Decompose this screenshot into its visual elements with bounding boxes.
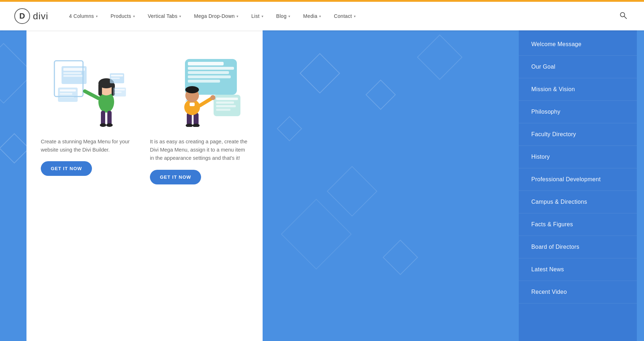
svg-point-42 xyxy=(192,124,200,127)
svg-point-20 xyxy=(106,123,113,127)
nav-item-4columns[interactable]: 4 Columns ▾ xyxy=(63,2,104,30)
chevron-down-icon: ▾ xyxy=(133,14,135,18)
svg-rect-37 xyxy=(216,105,236,107)
sidebar-item-board-of-directors[interactable]: Board of Directors xyxy=(519,236,637,258)
illustration-1 xyxy=(41,48,139,127)
nav-item-list[interactable]: List ▾ xyxy=(245,2,270,30)
far-right-bg xyxy=(637,30,644,341)
svg-point-46 xyxy=(185,86,199,93)
middle-bg xyxy=(263,30,519,341)
diamond-shape xyxy=(299,53,340,93)
sidebar-item-latest-news[interactable]: Latest News xyxy=(519,258,637,281)
chevron-down-icon: ▾ xyxy=(319,14,321,18)
nav-item-media[interactable]: Media ▾ xyxy=(297,2,327,30)
logo[interactable]: D divi xyxy=(14,8,48,24)
chevron-down-icon: ▾ xyxy=(96,14,98,18)
svg-rect-5 xyxy=(63,75,83,77)
svg-rect-31 xyxy=(188,75,231,78)
diamond-shape xyxy=(0,133,26,164)
search-icon[interactable] xyxy=(617,9,630,24)
svg-rect-8 xyxy=(60,93,72,95)
nav-item-contact[interactable]: Contact ▾ xyxy=(327,2,362,30)
sidebar-item-welcome-message[interactable]: Welcome Message xyxy=(519,30,637,56)
sidebar-item-recent-video[interactable]: Recent Video xyxy=(519,281,637,303)
mega-col-1: Create a stunning Mega Menu for your web… xyxy=(41,48,139,323)
sidebar-item-philosophy[interactable]: Philosophy xyxy=(519,101,637,123)
chevron-down-icon: ▾ xyxy=(354,14,356,18)
logo-text: divi xyxy=(33,11,48,22)
left-bg xyxy=(0,30,26,341)
svg-point-41 xyxy=(186,124,193,127)
svg-rect-3 xyxy=(63,68,85,71)
svg-rect-14 xyxy=(98,83,102,96)
nav-item-blog[interactable]: Blog ▾ xyxy=(270,2,297,30)
svg-rect-23 xyxy=(111,78,120,79)
sidebar-item-mission-vision[interactable]: Mission & Vision xyxy=(519,78,637,101)
nav-item-vertical-tabs[interactable]: Vertical Tabs ▾ xyxy=(141,2,187,30)
chevron-down-icon: ▾ xyxy=(236,14,238,18)
svg-rect-28 xyxy=(188,62,224,65)
svg-rect-17 xyxy=(101,111,105,125)
svg-line-47 xyxy=(200,98,212,105)
chevron-down-icon: ▾ xyxy=(288,14,290,18)
chevron-down-icon: ▾ xyxy=(262,14,263,18)
svg-rect-35 xyxy=(216,98,238,100)
nav-item-mega-dropdown[interactable]: Mega Drop-Down ▾ xyxy=(187,2,245,30)
sidebar-item-campus-directions[interactable]: Campus & Directions xyxy=(519,191,637,213)
main-content: Create a stunning Mega Menu for your web… xyxy=(0,30,644,341)
get-it-now-button-1[interactable]: GET IT NOW xyxy=(41,161,92,176)
sidebar-item-facts-figures[interactable]: Facts & Figures xyxy=(519,213,637,236)
svg-point-48 xyxy=(210,95,215,100)
col1-description: Create a stunning Mega Menu for your web… xyxy=(41,138,139,154)
mega-col-2: It is as easy as creating a page, create… xyxy=(150,48,248,323)
sidebar-item-our-goal[interactable]: Our Goal xyxy=(519,56,637,78)
svg-rect-38 xyxy=(216,109,230,111)
illustration-2 xyxy=(150,48,248,127)
chevron-down-icon: ▾ xyxy=(179,14,181,18)
sidebar-item-faculty-directory[interactable]: Faculty Directory xyxy=(519,123,637,146)
diamond-shape xyxy=(281,199,352,270)
svg-rect-22 xyxy=(111,75,123,76)
svg-rect-36 xyxy=(216,102,234,104)
diamond-shape xyxy=(383,240,418,275)
diamond-shape xyxy=(277,116,302,142)
svg-rect-30 xyxy=(188,71,229,74)
nav-items: 4 Columns ▾ Products ▾ Vertical Tabs ▾ M… xyxy=(63,2,617,30)
diamond-shape xyxy=(366,80,396,110)
diamonds-middle xyxy=(263,30,519,341)
diamond-shape xyxy=(327,166,377,216)
svg-line-1 xyxy=(624,16,626,19)
svg-rect-25 xyxy=(114,89,125,90)
diamonds-bg xyxy=(0,30,26,341)
diamond-shape xyxy=(0,43,26,104)
svg-rect-4 xyxy=(63,72,81,74)
svg-rect-26 xyxy=(114,92,122,93)
nav-item-products[interactable]: Products ▾ xyxy=(104,2,141,30)
right-sidebar: Welcome Message Our Goal Mission & Visio… xyxy=(519,30,637,341)
sidebar-item-history[interactable]: History xyxy=(519,146,637,168)
svg-point-19 xyxy=(100,123,106,127)
svg-rect-44 xyxy=(190,103,195,106)
get-it-now-button-2[interactable]: GET IT NOW xyxy=(150,170,201,184)
mega-menu-panel: Create a stunning Mega Menu for your web… xyxy=(26,30,263,341)
logo-icon: D xyxy=(14,8,30,24)
diamond-shape xyxy=(417,34,462,80)
navbar: D divi 4 Columns ▾ Products ▾ Vertical T… xyxy=(0,2,644,30)
col2-description: It is as easy as creating a page, create… xyxy=(150,138,248,163)
svg-line-16 xyxy=(85,91,98,98)
sidebar-item-professional-development[interactable]: Professional Development xyxy=(519,168,637,191)
svg-rect-29 xyxy=(188,67,234,70)
svg-rect-7 xyxy=(60,89,76,92)
svg-rect-18 xyxy=(107,111,112,125)
svg-rect-32 xyxy=(188,80,220,83)
svg-point-0 xyxy=(620,13,625,17)
